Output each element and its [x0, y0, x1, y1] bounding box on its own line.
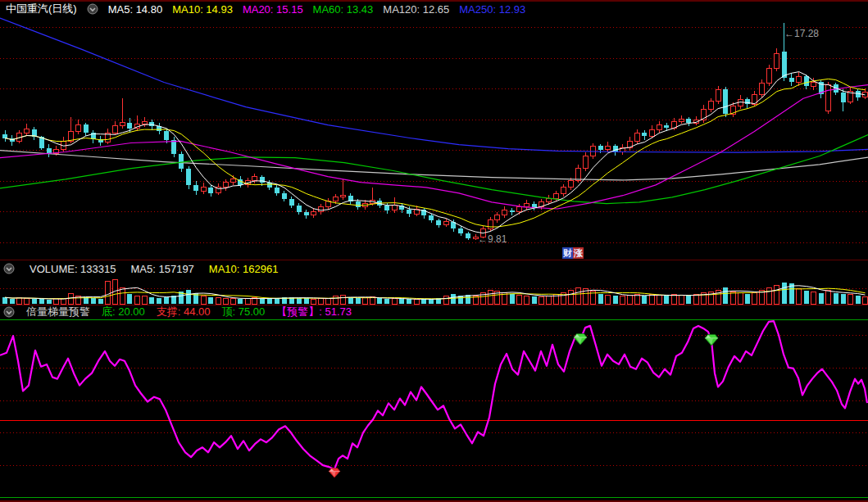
chevron-down-icon: [3, 306, 15, 318]
volume-legend-item: VOLUME: 133315: [30, 263, 116, 275]
candlestick-chart-canvas[interactable]: [0, 16, 868, 260]
volume-legend-item: MA5: 157197: [131, 263, 194, 275]
indicator-panel-header: 倍量梯量预警 底: 20.00支撑: 44.00顶: 75.00【预警】: 51…: [0, 305, 868, 319]
volume-legend-item: MA10: 162961: [209, 263, 279, 275]
collapse-volume-panel-button[interactable]: [3, 263, 15, 274]
main-chart-header: 中国重汽(日线) MA5: 14.80MA10: 14.93MA20: 15.1…: [0, 2, 868, 16]
ma-legend-item: MA5: 14.80: [108, 3, 163, 16]
candlestick-chart-panel[interactable]: ←17.28 ←9.81 财 涨: [0, 16, 868, 260]
ma-legend-item: MA10: 14.93: [172, 3, 233, 16]
volume-chart-canvas[interactable]: [0, 277, 868, 305]
ma-legend-item: MA20: 15.15: [243, 3, 303, 16]
indicator-legend-list: 底: 20.00支撑: 44.00顶: 75.00【预警】: 51.73: [102, 305, 352, 319]
indicator-legend-item: 【预警】: 51.73: [276, 305, 352, 319]
green-gem-alert-icon: [574, 334, 587, 346]
ma-legend-item: MA250: 12.93: [459, 3, 525, 16]
stock-title: 中国重汽(日线): [6, 2, 77, 16]
indicator-legend-item: 底: 20.00: [102, 305, 145, 319]
indicator-name: 倍量梯量预警: [26, 305, 90, 319]
volume-chart-panel[interactable]: [0, 277, 868, 305]
indicator-legend-item: 支撑: 44.00: [157, 305, 211, 319]
chevron-down-icon: [3, 263, 15, 274]
volume-panel-header: VOLUME: 133315MA5: 157197MA10: 162961: [0, 260, 868, 277]
collapse-indicator-panel-button[interactable]: [3, 306, 15, 318]
stock-chart-window: 中国重汽(日线) MA5: 14.80MA10: 14.93MA20: 15.1…: [0, 0, 868, 502]
ma-legend-item: MA60: 13.43: [313, 3, 374, 16]
ma-legend-list: MA5: 14.80MA10: 14.93MA20: 15.15MA60: 13…: [108, 3, 526, 16]
indicator-legend-item: 顶: 75.00: [222, 305, 266, 319]
volume-legend-list: VOLUME: 133315MA5: 157197MA10: 162961: [30, 263, 278, 275]
indicator-chart-panel[interactable]: [0, 319, 868, 502]
chevron-down-icon: [87, 3, 98, 15]
green-gem-alert-icon: [705, 334, 718, 346]
ma-legend-item: MA120: 12.65: [383, 3, 449, 16]
indicator-chart-canvas[interactable]: [0, 319, 868, 502]
collapse-main-panel-button[interactable]: [87, 3, 98, 15]
red-gem-alert-icon: [329, 468, 340, 477]
